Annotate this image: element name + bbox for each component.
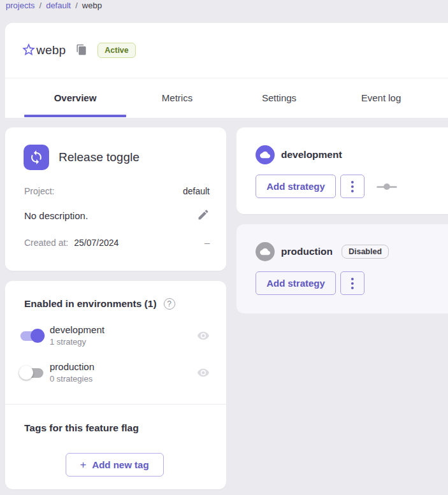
favorite-button[interactable]: [21, 43, 36, 58]
empty-value-dash: –: [205, 237, 210, 248]
flag-header-card: webp Active Overview Metrics Settings Ev…: [5, 23, 448, 118]
edit-description-button[interactable]: [197, 208, 210, 223]
environments-section: Enabled in environments (1) ? developmen…: [5, 281, 226, 384]
tags-section: Tags for this feature flag + Add new tag: [5, 405, 226, 477]
created-at-value: 25/07/2024: [74, 238, 119, 248]
add-strategy-button[interactable]: Add strategy: [256, 175, 336, 198]
environment-strategy-count: 1 strategy: [50, 337, 197, 347]
star-icon: [21, 42, 36, 59]
status-badge: Active: [98, 43, 136, 58]
tab-settings[interactable]: Settings: [228, 78, 330, 117]
eye-icon[interactable]: [197, 366, 210, 379]
active-tab-indicator: [24, 115, 126, 117]
breadcrumb-link-default[interactable]: default: [46, 1, 71, 10]
description-row: No description.: [24, 208, 210, 223]
project-label: Project:: [24, 186, 54, 196]
tab-metrics[interactable]: Metrics: [126, 78, 228, 117]
description-text: No description.: [24, 210, 88, 221]
environment-strategy-count: 0 strategies: [50, 374, 197, 384]
created-at-label: Created at:: [24, 238, 68, 248]
development-toggle[interactable]: [19, 329, 45, 343]
tab-overview[interactable]: Overview: [24, 78, 126, 117]
plus-icon: +: [80, 459, 86, 471]
tags-heading: Tags for this feature flag: [24, 422, 210, 434]
release-toggle-icon: [24, 145, 49, 170]
breadcrumb-separator: /: [40, 1, 42, 10]
development-environment-card: development Add strategy: [236, 127, 448, 214]
environments-heading: Enabled in environments (1): [24, 298, 157, 310]
flag-type-row: Release toggle: [24, 145, 210, 170]
breadcrumb: projects / default / webp: [6, 1, 102, 10]
created-at-row: Created at: 25/07/2024 –: [24, 237, 210, 248]
more-options-button[interactable]: [340, 271, 365, 295]
breadcrumb-current: webp: [82, 1, 102, 10]
add-new-tag-button[interactable]: + Add new tag: [66, 453, 164, 477]
environment-card-title: production: [281, 246, 333, 257]
copy-icon: [76, 44, 87, 57]
rollout-slider[interactable]: [377, 183, 397, 190]
production-environment-card: production Disabled Add strategy: [236, 224, 448, 313]
environments-card: Enabled in environments (1) ? developmen…: [5, 281, 226, 489]
breadcrumb-link-projects[interactable]: projects: [6, 1, 35, 10]
eye-icon[interactable]: [197, 329, 210, 342]
tab-bar: Overview Metrics Settings Event log: [5, 78, 448, 117]
cloud-icon: [256, 242, 275, 261]
kebab-icon: [351, 181, 354, 192]
environment-card-title: development: [281, 149, 342, 161]
add-new-tag-label: Add new tag: [92, 459, 148, 470]
project-value: default: [183, 186, 210, 196]
environment-name: development: [50, 324, 197, 335]
kebab-icon: [351, 278, 354, 289]
tab-event-log[interactable]: Event log: [330, 78, 432, 117]
breadcrumb-separator: /: [75, 1, 78, 10]
flag-header-top: webp Active: [5, 23, 448, 78]
environment-row-production: production 0 strategies: [19, 361, 210, 384]
environment-row-development: development 1 strategy: [19, 324, 210, 347]
project-row: Project: default: [24, 186, 210, 196]
environment-name: production: [50, 361, 197, 372]
more-options-button[interactable]: [340, 175, 365, 198]
flag-type-card: Release toggle Project: default No descr…: [5, 127, 226, 271]
help-icon[interactable]: ?: [164, 298, 175, 310]
flag-type-label: Release toggle: [59, 150, 140, 164]
add-strategy-button[interactable]: Add strategy: [256, 271, 336, 295]
pencil-icon: [197, 208, 210, 223]
cloud-icon: [256, 145, 275, 164]
production-toggle[interactable]: [19, 366, 45, 380]
page-title: webp: [36, 43, 66, 57]
disabled-badge: Disabled: [342, 245, 389, 259]
copy-name-button[interactable]: [75, 44, 88, 57]
